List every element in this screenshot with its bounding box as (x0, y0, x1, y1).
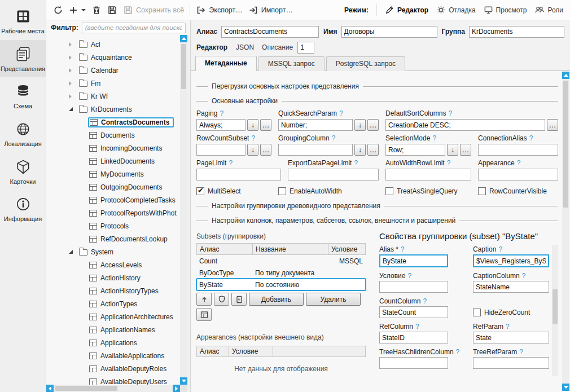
help-icon[interactable]: ? (251, 134, 255, 142)
more-options-button[interactable] (547, 119, 558, 131)
mode-debug[interactable]: Отладка (436, 5, 475, 15)
pagelimit-input[interactable] (196, 169, 281, 180)
more-options-button[interactable] (460, 144, 471, 156)
group-input[interactable] (469, 26, 564, 38)
tree-item[interactable]: Acl (46, 38, 180, 51)
editor-label[interactable]: Редактор (196, 43, 227, 51)
help-icon[interactable]: ? (456, 348, 460, 356)
scroll-thumb[interactable] (553, 289, 558, 324)
tree-item[interactable]: ProtocolCompletedTasks (46, 193, 180, 206)
tree-item[interactable]: System (46, 245, 180, 258)
column-header-name[interactable]: Название (253, 244, 328, 254)
more-options-button[interactable] (367, 119, 379, 131)
mode-roles[interactable]: Роли (534, 5, 563, 15)
scroll-up-button[interactable] (180, 35, 187, 42)
alias-input[interactable] (221, 26, 319, 38)
help-icon[interactable]: ? (407, 272, 411, 280)
expander-icon[interactable] (69, 94, 78, 99)
more-options-button[interactable] (260, 144, 271, 156)
tab-metadata[interactable]: Метаданные (195, 56, 257, 71)
filter-input[interactable] (82, 23, 186, 33)
insert-value-button[interactable] (447, 144, 458, 156)
rowcountsubset-input[interactable] (196, 144, 245, 156)
help-icon[interactable]: ? (339, 109, 343, 117)
tree-item[interactable]: ProtocolReportsWithPhot (46, 206, 180, 219)
scroll-thumb[interactable] (563, 81, 568, 208)
sidebar-item-views[interactable]: Представления (0, 40, 46, 78)
help-icon[interactable]: ? (401, 245, 405, 253)
tree-vertical-scrollbar[interactable] (180, 35, 187, 385)
mode-editor[interactable]: Редактор (385, 5, 428, 15)
name-input[interactable] (341, 26, 437, 38)
save-all-button[interactable]: Сохранить всё (123, 5, 184, 15)
tree-item[interactable]: ActionTypes (46, 297, 180, 310)
insert-value-button[interactable] (247, 144, 258, 156)
json-button[interactable]: JSON (236, 43, 254, 51)
card-button[interactable] (231, 293, 247, 306)
appearance-input[interactable] (478, 169, 558, 180)
help-icon[interactable]: ? (517, 159, 521, 167)
tree-item[interactable]: KrDocuments (46, 103, 180, 116)
expander-icon[interactable] (69, 250, 78, 254)
selectionmode-input[interactable] (385, 144, 445, 156)
tree-item[interactable]: ContractsDocuments (46, 116, 180, 129)
more-options-button[interactable] (260, 119, 271, 131)
tree-item[interactable]: AccessLevels (46, 258, 180, 271)
scroll-thumb[interactable] (181, 44, 186, 89)
export-button[interactable]: Экспорт… (196, 5, 242, 15)
save-button[interactable] (107, 5, 117, 15)
help-icon[interactable]: ? (432, 134, 436, 142)
scroll-thumb[interactable] (55, 386, 117, 391)
scroll-down-button[interactable] (180, 377, 187, 385)
help-icon[interactable]: ? (447, 159, 451, 167)
checkbox-box[interactable] (473, 309, 481, 316)
sidebar-item-schema[interactable]: Схема (0, 77, 46, 115)
tree-item[interactable]: IncomingDocuments (46, 142, 180, 155)
hidezerocount-checkbox[interactable]: HideZeroCount (473, 309, 549, 316)
insert-value-button[interactable] (354, 144, 366, 156)
subset-countcolumn-input[interactable] (379, 306, 448, 318)
subset-condition-input[interactable] (379, 281, 448, 293)
enableautowidth-checkbox[interactable]: EnableAutoWidth (278, 187, 379, 195)
grid-button[interactable] (196, 308, 212, 321)
expander-icon[interactable] (69, 68, 78, 73)
shield-button[interactable] (214, 293, 229, 306)
mode-preview[interactable]: Просмотр (484, 5, 527, 15)
expander-icon[interactable] (69, 55, 78, 60)
refresh-button[interactable] (53, 5, 63, 15)
metadata-scrollbar[interactable] (562, 72, 569, 391)
checkbox-box[interactable] (196, 187, 204, 195)
scroll-right-button[interactable] (173, 385, 180, 392)
paging-input[interactable] (196, 119, 245, 131)
tree-horizontal-scrollbar[interactable] (46, 385, 180, 392)
expander-icon[interactable] (69, 81, 78, 86)
tree-item[interactable]: MyDocuments (46, 168, 180, 180)
expander-icon[interactable] (69, 107, 78, 111)
import-button[interactable]: Импорт… (248, 5, 293, 15)
tree-item[interactable]: Fm (46, 77, 180, 90)
column-header-alias[interactable]: Алиас (197, 244, 253, 254)
expander-icon[interactable] (69, 42, 78, 47)
groupingcolumn-input[interactable] (278, 144, 353, 156)
subset-row[interactable]: Count MSSQL (196, 255, 366, 267)
subset-row[interactable]: ByState По состоянию (196, 279, 366, 290)
tree-item[interactable]: Kr Wf (46, 90, 180, 103)
help-icon[interactable]: ? (522, 272, 526, 280)
tree-item[interactable]: Protocols (46, 219, 180, 232)
treatassinglequery-checkbox[interactable]: TreatAsSingleQuery (385, 187, 471, 195)
delete-subset-button[interactable]: Удалить (306, 293, 361, 306)
subset-alias-input[interactable] (379, 254, 448, 267)
sidebar-item-localization[interactable]: Локализация (0, 115, 46, 153)
help-icon[interactable]: ? (332, 134, 336, 142)
subset-treehaschildrencolumn-input[interactable] (379, 357, 448, 369)
tree-item[interactable]: AvailableApplications (46, 349, 180, 362)
tree-item[interactable]: Acquaintance (46, 51, 180, 64)
help-icon[interactable]: ? (423, 297, 427, 305)
tree-item[interactable]: ApplicationArchitectures (46, 310, 180, 323)
help-icon[interactable]: ? (519, 348, 523, 356)
multiselect-checkbox[interactable]: MultiSelect (196, 187, 271, 195)
add-button[interactable] (69, 6, 86, 15)
tree-item[interactable]: ActionHistory (46, 271, 180, 284)
checkbox-box[interactable] (478, 187, 486, 195)
help-icon[interactable]: ? (529, 134, 533, 142)
